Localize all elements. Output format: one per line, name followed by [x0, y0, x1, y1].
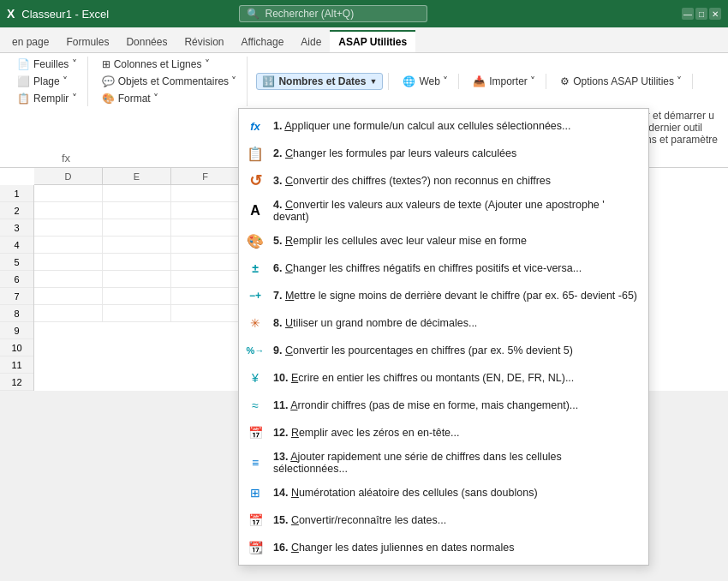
menu-icon-3: ↺ [246, 171, 265, 190]
feuilles-label: Feuilles ˅ [33, 58, 77, 70]
grid-cell[interactable] [103, 185, 171, 202]
grid-cell[interactable] [171, 202, 240, 219]
row-num-4: 4 [0, 237, 33, 254]
btn-plage[interactable]: ⬜ Plage ˅ [12, 74, 82, 89]
btn-remplir[interactable]: 📋 Remplir ˅ [12, 91, 82, 106]
row-num-3: 3 [0, 219, 33, 237]
row-number-column: 1 2 3 4 5 6 7 8 9 10 11 12 [0, 185, 34, 391]
menu-icon-7: −+ [246, 286, 265, 305]
menu-item-6[interactable]: ± 6. Changer les chiffres négatifs en ch… [239, 255, 648, 282]
tab-affichage[interactable]: Affichage [232, 32, 292, 52]
grid-cell[interactable] [171, 254, 240, 271]
colonnes-icon: ⊞ [102, 58, 110, 70]
format-icon: 🎨 [102, 93, 115, 105]
grid-cell[interactable] [103, 202, 171, 219]
menu-item-10[interactable]: ¥ 10. Ecrire en entier les chiffres ou m… [239, 364, 648, 391]
web-label: Web ˅ [419, 75, 448, 87]
menu-item-4[interactable]: A 4. Convertir les valeurs aux valeurs d… [239, 195, 648, 227]
btn-nombres-dates[interactable]: 🔢 Nombres et Dates ▼ [256, 73, 383, 90]
minimize-btn[interactable]: — [682, 8, 694, 20]
ribbon-tab-bar: en page Formules Données Révision Affich… [0, 27, 728, 53]
grid-cell[interactable] [103, 288, 171, 305]
tab-donnees[interactable]: Données [117, 32, 176, 52]
web-icon: 🌐 [403, 75, 415, 87]
menu-text-7: 7. Mettre le signe moins de derrière dev… [273, 290, 638, 302]
grid-cell[interactable] [34, 185, 103, 202]
maximize-btn[interactable]: □ [695, 8, 707, 20]
menu-text-10: 10. Ecrire en entier les chiffres ou mon… [273, 372, 638, 384]
menu-icon-2: 📋 [246, 144, 265, 163]
grid-cell[interactable] [171, 219, 240, 237]
menu-icon-9: %→ [246, 341, 265, 360]
grid-cell[interactable] [34, 305, 103, 322]
grid-cell[interactable] [34, 254, 103, 271]
btn-web[interactable]: 🌐 Web ˅ [397, 74, 453, 89]
btn-feuilles[interactable]: 📄 Feuilles ˅ [12, 57, 82, 72]
nombres-label: Nombres et Dates [278, 75, 366, 87]
row-num-7: 7 [0, 288, 33, 305]
menu-icon-10: ¥ [246, 368, 265, 387]
options-icon: ⚙ [560, 75, 570, 87]
grid-cell[interactable] [103, 254, 171, 271]
menu-icon-1: fx [246, 117, 265, 135]
btn-objets[interactable]: 💬 Objets et Commentaires ˅ [97, 74, 242, 89]
menu-text-8: 8. Utiliser un grand nombre de décimales… [273, 317, 638, 329]
plage-label: Plage ˅ [33, 75, 68, 87]
menu-item-9[interactable]: %→ 9. Convertir les pourcentages en chif… [239, 337, 648, 364]
row-num-5: 5 [0, 254, 33, 271]
btn-importer[interactable]: 📥 Importer ˅ [468, 74, 540, 89]
tab-asap[interactable]: ASAP Utilities [330, 30, 415, 52]
menu-item-3[interactable]: ↺ 3. Convertir des chiffres (textes?) no… [239, 167, 648, 195]
grid-cell[interactable] [34, 202, 103, 219]
grid-cell[interactable] [103, 305, 171, 322]
grid-cell[interactable] [171, 185, 240, 202]
grid-cell[interactable] [103, 271, 171, 288]
nombres-icon: 🔢 [262, 75, 275, 87]
fx-label: fx [55, 152, 77, 165]
menu-item-8[interactable]: ✳ 8. Utiliser un grand nombre de décimal… [239, 309, 648, 337]
menu-text-2: 2. Changer les formules par leurs valeur… [273, 147, 638, 159]
btn-options[interactable]: ⚙ Options ASAP Utilities ˅ [555, 74, 687, 89]
remplir-label: Remplir ˅ [33, 93, 77, 105]
plage-icon: ⬜ [17, 75, 30, 87]
toolbar-group-web: 🌐 Web ˅ [392, 74, 459, 89]
tab-en-page[interactable]: en page [3, 32, 57, 52]
grid-cell[interactable] [171, 305, 240, 322]
menu-icon-4: A [246, 201, 265, 220]
grid-cell[interactable] [103, 219, 171, 237]
remplir-icon: 📋 [17, 93, 30, 105]
menu-text-9: 9. Convertir les pourcentages en chiffre… [273, 344, 638, 356]
row-num-1: 1 [0, 185, 33, 202]
toolbar-group-importer: 📥 Importer ˅ [462, 74, 546, 89]
row-num-6: 6 [0, 271, 33, 288]
toolbar-group-feuilles: 📄 Feuilles ˅ ⬜ Plage ˅ 📋 Remplir ˅ [7, 57, 88, 106]
btn-format[interactable]: 🎨 Format ˅ [97, 91, 242, 106]
menu-item-7[interactable]: −+ 7. Mettre le signe moins de derrière … [239, 282, 648, 309]
menu-text-1: 1. Appliquer une formule/un calcul aux c… [273, 120, 638, 132]
tab-revision[interactable]: Révision [176, 32, 232, 52]
grid-cell[interactable] [34, 237, 103, 254]
tab-aide[interactable]: Aide [292, 32, 330, 52]
search-bar[interactable]: 🔍 Rechercher (Alt+Q) [239, 5, 427, 22]
grid-cell[interactable] [103, 237, 171, 254]
col-header-f: F [171, 168, 240, 185]
grid-cell[interactable] [171, 237, 240, 254]
window-controls: — □ ✕ [682, 8, 721, 20]
feuilles-icon: 📄 [17, 58, 30, 70]
menu-item-1[interactable]: fx 1. Appliquer une formule/un calcul au… [239, 112, 648, 140]
menu-icon-5: 🎨 [246, 231, 265, 250]
menu-item-5[interactable]: 🎨 5. Remplir les cellules avec leur vale… [239, 227, 648, 255]
grid-cell[interactable] [34, 219, 103, 237]
grid-cell[interactable] [171, 288, 240, 305]
row-num-10: 10 [0, 339, 33, 356]
title-bar: X Classeur1 - Excel 🔍 Rechercher (Alt+Q)… [0, 0, 728, 27]
btn-colonnes[interactable]: ⊞ Colonnes et Lignes ˅ [97, 57, 242, 72]
menu-item-2[interactable]: 📋 2. Changer les formules par leurs vale… [239, 140, 648, 167]
grid-cell[interactable] [34, 271, 103, 288]
objets-label: Objets et Commentaires ˅ [118, 75, 237, 87]
grid-cell[interactable] [171, 271, 240, 288]
tab-formules[interactable]: Formules [57, 32, 117, 52]
importer-icon: 📥 [473, 75, 486, 87]
grid-cell[interactable] [34, 288, 103, 305]
close-btn[interactable]: ✕ [709, 8, 721, 20]
